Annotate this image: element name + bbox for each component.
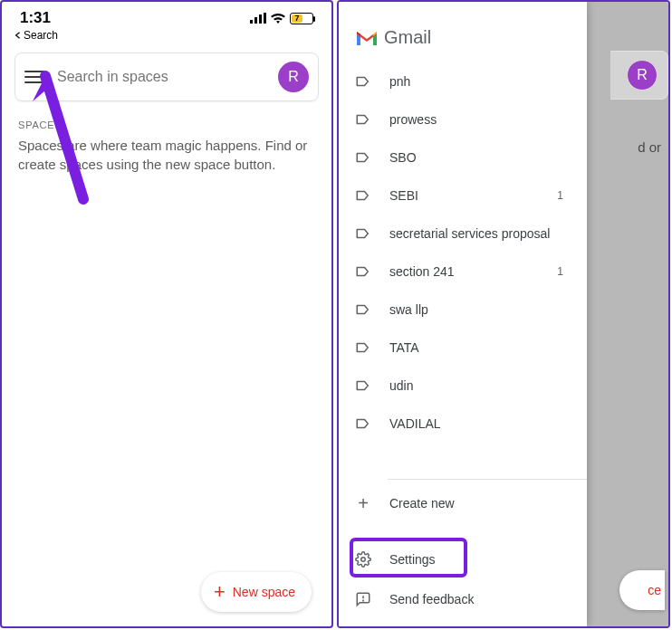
label-icon xyxy=(355,111,371,128)
battery-icon: 7 xyxy=(290,13,313,24)
plus-icon: + xyxy=(214,582,226,602)
gmail-app-name: Gmail xyxy=(384,27,431,48)
settings-text: Settings xyxy=(389,552,436,567)
label-icon xyxy=(355,73,371,90)
battery-level: 7 xyxy=(292,14,302,23)
svg-rect-1 xyxy=(254,17,257,24)
svg-rect-2 xyxy=(259,14,262,24)
label-icon xyxy=(355,225,371,242)
status-time: 1:31 xyxy=(20,9,51,27)
fab-label: New space xyxy=(233,585,295,599)
send-feedback[interactable]: Send feedback xyxy=(339,579,587,619)
svg-rect-0 xyxy=(250,20,253,24)
cell-signal-icon xyxy=(250,13,266,24)
send-feedback-text: Send feedback xyxy=(389,592,474,606)
label-row[interactable]: section 2411 xyxy=(339,253,587,291)
wifi-icon xyxy=(270,13,286,24)
label-row[interactable]: TATA xyxy=(339,329,587,367)
feedback-icon xyxy=(355,591,371,607)
settings[interactable]: Settings xyxy=(339,539,587,579)
search-bar[interactable]: Search in spaces R xyxy=(14,52,319,101)
label-name: TATA xyxy=(389,340,419,355)
label-name: udin xyxy=(389,378,413,393)
label-list: pnhprowessSBOSEBI1secretarial services p… xyxy=(339,62,587,475)
new-space-button[interactable]: + New space xyxy=(201,572,312,612)
nav-drawer: Gmail pnhprowessSBOSEBI1secretarial serv… xyxy=(339,2,587,626)
drawer-header: Gmail xyxy=(339,2,587,62)
label-count: 1 xyxy=(557,189,571,202)
spaces-description: Spaces are where team magic happens. Fin… xyxy=(2,136,331,174)
svg-point-6 xyxy=(363,600,364,601)
label-row[interactable]: swa llp xyxy=(339,291,587,329)
menu-icon[interactable] xyxy=(24,71,44,83)
back-to-search[interactable]: Search xyxy=(2,29,331,47)
background-text-fragment: d or xyxy=(638,139,661,155)
status-bar: 1:31 7 xyxy=(2,2,331,29)
label-icon xyxy=(355,263,371,280)
screen-gmail-drawer: R d or ce Gmail xyxy=(337,0,670,628)
label-name: VADILAL xyxy=(389,416,441,431)
svg-rect-3 xyxy=(264,13,266,24)
gear-icon xyxy=(355,551,371,568)
scrim[interactable]: R d or ce xyxy=(587,2,668,626)
create-new-label[interactable]: + Create new xyxy=(339,483,587,523)
create-new-text: Create new xyxy=(389,496,455,511)
label-name: swa llp xyxy=(389,302,428,317)
label-row[interactable]: secretarial services proposal xyxy=(339,215,587,253)
label-row[interactable]: SEBI1 xyxy=(339,177,587,215)
label-name: section 241 xyxy=(389,264,455,279)
label-row[interactable]: prowess xyxy=(339,100,587,138)
label-name: secretarial services proposal xyxy=(389,226,550,241)
label-name: prowess xyxy=(389,112,437,127)
screen-spaces: 1:31 7 Search Search in spaces R SPACES … xyxy=(0,0,333,628)
label-icon xyxy=(355,149,371,166)
back-label: Search xyxy=(24,29,58,42)
section-heading: SPACES xyxy=(2,107,331,136)
divider xyxy=(388,479,587,480)
background-fab-fragment: ce xyxy=(619,570,665,610)
label-icon xyxy=(355,339,371,356)
label-icon xyxy=(355,377,371,394)
label-row[interactable]: VADILAL xyxy=(339,405,587,443)
svg-point-4 xyxy=(361,558,366,562)
label-icon xyxy=(355,301,371,318)
label-name: SEBI xyxy=(389,188,418,203)
label-row[interactable]: SBO xyxy=(339,138,587,177)
label-icon xyxy=(355,415,371,432)
label-row[interactable]: udin xyxy=(339,367,587,405)
gmail-logo-icon xyxy=(355,29,379,47)
background-avatar: R xyxy=(627,60,658,91)
search-placeholder: Search in spaces xyxy=(57,69,278,85)
account-avatar[interactable]: R xyxy=(278,62,309,92)
label-icon xyxy=(355,187,371,204)
plus-icon: + xyxy=(355,493,371,514)
label-name: SBO xyxy=(389,150,417,165)
label-name: pnh xyxy=(389,74,410,89)
label-count: 1 xyxy=(557,265,571,278)
label-row[interactable]: pnh xyxy=(339,62,587,100)
